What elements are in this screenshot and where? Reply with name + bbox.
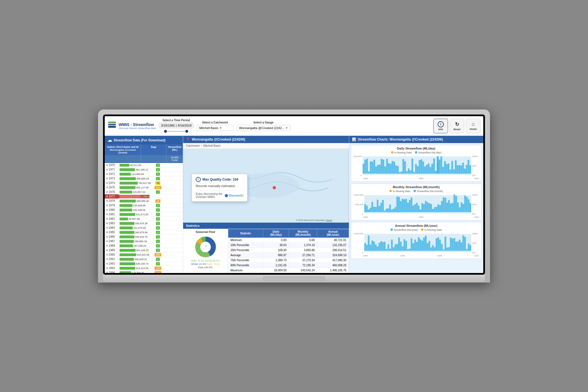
laptop-trackpad[interactable] xyxy=(263,276,325,281)
info-button[interactable]: i Info xyxy=(433,119,448,133)
svg-rect-127 xyxy=(444,198,446,212)
svg-rect-38 xyxy=(399,172,400,174)
svg-rect-69 xyxy=(455,160,457,174)
svg-rect-100 xyxy=(396,197,398,212)
annual-value: 206,014.51 xyxy=(317,248,349,253)
catchment-dropdown[interactable]: Mitchell Basin ▼ xyxy=(197,125,233,131)
flow-bar xyxy=(120,218,128,220)
stat-label: Maximum xyxy=(228,268,263,273)
slider-right-handle[interactable] xyxy=(185,130,188,133)
svg-rect-148 xyxy=(368,235,369,251)
wmis-logo-icon xyxy=(108,122,116,130)
table-row: ⊞ 1978 499,955.40 10 xyxy=(105,199,183,203)
chart-svg-2 xyxy=(364,232,471,253)
svg-rect-195 xyxy=(452,239,453,251)
quality-cell: 2 xyxy=(150,190,166,194)
donut-svg: ☁ xyxy=(194,236,217,258)
right-panel-header: 📊 Streamflow Charts: Wonnangatta @Crooke… xyxy=(349,136,483,143)
map-area: © 2019 Microsoft Corporation Terms i Max… xyxy=(183,149,349,223)
table-row: ⊞ 1988 267,298.03 2 xyxy=(105,244,183,248)
right-panel: 📊 Streamflow Charts: Wonnangatta @Crooke… xyxy=(349,136,483,273)
table-row: ⊞ 1973 456,864.44 2 xyxy=(105,176,183,181)
svg-rect-89 xyxy=(377,200,378,212)
slider-left-handle[interactable] xyxy=(164,130,167,133)
svg-rect-77 xyxy=(470,165,471,174)
svg-rect-24 xyxy=(374,160,375,174)
catchment-dropdown-arrow: ▼ xyxy=(220,127,222,129)
svg-rect-44 xyxy=(410,170,411,174)
monthly-value: 27,250.71 xyxy=(289,253,317,258)
flow-bar-cell: 391,348.12 xyxy=(119,168,150,171)
flow-bar-cell: 267,298.03 xyxy=(119,244,150,248)
flow-bar xyxy=(120,249,136,252)
table-row: ⊞ 1981 422,672.60 2 xyxy=(105,212,183,217)
table-row: ⊞ 1984 251,679.69 2 xyxy=(105,226,183,230)
svg-rect-196 xyxy=(453,238,455,251)
svg-rect-115 xyxy=(423,204,425,212)
year-cell: ⊞ 1970 xyxy=(105,163,119,167)
svg-rect-87 xyxy=(373,207,375,212)
daily-col-header: Daily(ML/day) xyxy=(263,229,289,238)
flow-col-header: Streamflow (ML) xyxy=(166,144,183,155)
svg-rect-132 xyxy=(453,195,455,212)
svg-rect-183 xyxy=(430,248,432,251)
svg-rect-189 xyxy=(441,244,443,251)
year-cell: ⊞ 1994 xyxy=(105,270,119,273)
date-end[interactable]: 9/16/2018 xyxy=(178,124,192,127)
table-row: ⊞ 1989 451,434.25 2 xyxy=(105,248,183,253)
date-slider[interactable] xyxy=(164,130,189,133)
reset-button[interactable]: ↻ Reset xyxy=(450,119,464,133)
daily-value: 38.63 xyxy=(263,243,289,248)
stats-table: Statistic Daily(ML/day) Monthly(ML/month… xyxy=(228,229,349,273)
app-header: WMIS - Streamflow Discover historic stre… xyxy=(105,116,483,136)
svg-rect-162 xyxy=(393,247,395,251)
chart-x-labels-0: 196019802000 xyxy=(353,177,479,180)
date-start[interactable]: 3/10/1960 xyxy=(161,124,175,127)
svg-rect-119 xyxy=(430,204,432,212)
gauge-value: Wonnangatta @Crooked (2242... xyxy=(239,126,284,130)
svg-rect-68 xyxy=(453,169,455,174)
chart-legend-2: Streamflow (ML/year)% Missing Data xyxy=(353,228,479,231)
flow-bar-cell: 235,846.86 xyxy=(119,204,150,207)
svg-rect-41 xyxy=(404,161,406,174)
svg-rect-141 xyxy=(470,203,471,212)
svg-rect-117 xyxy=(427,202,428,212)
svg-rect-114 xyxy=(421,203,423,212)
table-row: ⊞ 1991 306,918.31 2 xyxy=(105,257,183,262)
flow-bar xyxy=(120,244,133,247)
home-button[interactable]: ⌂ Home xyxy=(466,119,480,133)
table-row: ⊞ 1987 299,855.36 2 xyxy=(105,239,183,244)
svg-rect-175 xyxy=(416,242,417,251)
stat-label: 25th Percentile xyxy=(228,248,263,253)
popup-title: i Max Quality Code: 104 xyxy=(196,177,243,182)
svg-rect-20 xyxy=(366,159,368,174)
date-range[interactable]: 3/10/1960 | 9/16/2018 xyxy=(159,123,193,128)
svg-rect-185 xyxy=(434,247,435,251)
data-table: Station Short Name and ID Wonnangatta @C… xyxy=(105,144,183,273)
svg-rect-66 xyxy=(449,169,451,174)
breadcrumb-catchment: Catchment xyxy=(186,144,199,147)
svg-rect-201 xyxy=(462,235,464,251)
flow-bar-cell: 48,511.05 xyxy=(119,164,150,167)
svg-rect-167 xyxy=(402,246,403,251)
svg-rect-151 xyxy=(373,242,375,251)
left-panel: ☁ Streamflow Data (For Download) Station… xyxy=(105,136,183,273)
year-cell: ⊞ 1974 xyxy=(105,181,119,185)
svg-rect-137 xyxy=(462,204,464,212)
svg-rect-76 xyxy=(468,160,469,174)
gauge-dropdown[interactable]: Wonnangatta @Crooked (2242... ▼ xyxy=(237,125,290,131)
flow-bar xyxy=(120,195,141,198)
monthly-value: 243,542.24 xyxy=(289,268,317,273)
quality-cell: 150 xyxy=(150,253,166,257)
year-cell: ⊞ 1985 xyxy=(105,230,119,234)
breadcrumb-bar: Catchment » Mitchell Basin xyxy=(183,143,349,149)
svg-rect-170 xyxy=(407,249,409,251)
svg-rect-103 xyxy=(402,199,403,212)
popup-footer: Enjoy discovering the Victorian WMIS 🔵 D… xyxy=(196,190,243,199)
flow-bar xyxy=(120,213,135,216)
table-row: ⊞ 1986 345,633.79 2 xyxy=(105,235,183,239)
svg-rect-70 xyxy=(457,165,458,174)
stats-table-area: Statistic Daily(ML/day) Monthly(ML/month… xyxy=(228,229,349,273)
table-rows-container: ⊞ 1970 48,511.05 2 ⊞ 1971 391,348.12 2 ⊞… xyxy=(105,163,183,273)
annual-col-header: Annual(ML/year) xyxy=(317,229,349,238)
